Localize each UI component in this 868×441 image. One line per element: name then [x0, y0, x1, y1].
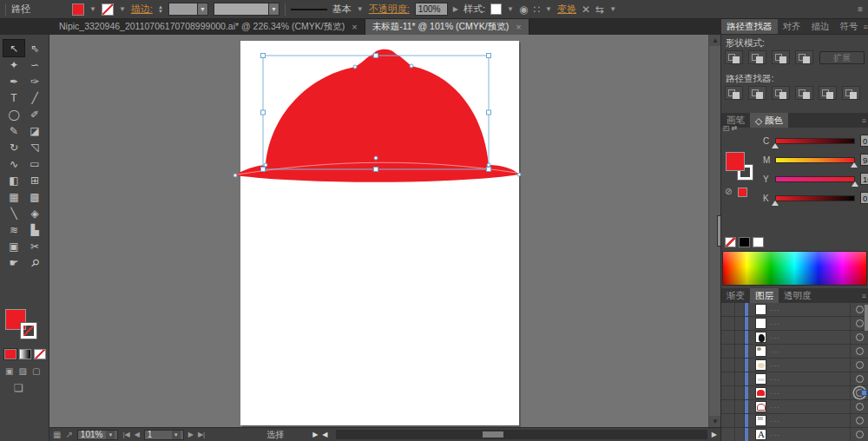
visibility-cell[interactable] — [721, 317, 735, 330]
color-button[interactable] — [4, 349, 16, 359]
lock-cell[interactable] — [735, 331, 745, 344]
outline-button[interactable] — [819, 86, 837, 100]
layer-thumbnail[interactable] — [755, 415, 766, 426]
canvas[interactable]: ▲ ▼ — [49, 35, 720, 427]
graph-tool[interactable]: ▙ — [24, 221, 45, 238]
k-slider-track[interactable] — [775, 195, 855, 201]
grid-icon[interactable]: ▦ — [53, 430, 61, 439]
type-tool[interactable]: T — [3, 89, 24, 106]
c-slider-track[interactable] — [775, 138, 855, 144]
layer-thumbnail[interactable] — [755, 346, 766, 357]
k-value-field[interactable]: 0 — [860, 192, 868, 204]
target-cell[interactable] — [850, 414, 868, 427]
lock-cell[interactable] — [735, 414, 745, 427]
lock-cell[interactable] — [735, 303, 745, 316]
black-swatch[interactable] — [739, 237, 750, 247]
exclude-button[interactable] — [795, 50, 813, 64]
unite-button[interactable] — [725, 50, 743, 64]
layers-tab[interactable]: 透明度 — [779, 288, 817, 303]
lock-cell[interactable] — [735, 386, 745, 399]
scroll-up-icon[interactable]: ▲ — [709, 35, 721, 46]
none-swatch[interactable] — [725, 237, 736, 247]
rotate-tool[interactable]: ↻ — [3, 139, 24, 155]
panel-menu-icon[interactable]: ≡ — [862, 116, 866, 125]
last-artboard-icon[interactable]: ▶| — [198, 431, 205, 438]
trim-button[interactable] — [748, 86, 766, 100]
transform-link[interactable]: 变换 — [557, 3, 576, 16]
shape-builder-tool[interactable]: ◧ — [3, 172, 24, 188]
visibility-cell[interactable] — [721, 428, 735, 441]
slice-tool[interactable]: ✂ — [24, 238, 45, 254]
minus-back-button[interactable] — [842, 86, 860, 100]
target-cell[interactable] — [850, 372, 868, 385]
stroke-weight-stepper[interactable]: ▲▼ — [158, 5, 163, 14]
layer-row[interactable]: ··· — [721, 331, 868, 345]
visibility-cell[interactable] — [721, 386, 735, 399]
layer-thumbnail[interactable] — [755, 387, 766, 398]
layer-thumbnail[interactable] — [755, 401, 766, 412]
chevron-down-icon[interactable]: ▼ — [89, 5, 96, 13]
chevron-down-icon[interactable]: ▼ — [545, 5, 552, 13]
lasso-tool[interactable]: ∽ — [24, 56, 45, 73]
color-tab[interactable]: ◇颜色 — [750, 113, 788, 128]
layer-row[interactable]: ··· — [721, 359, 868, 372]
layer-thumbnail[interactable] — [755, 304, 766, 315]
first-artboard-icon[interactable]: |◀ — [122, 431, 129, 438]
scroll-left2-icon[interactable]: ◀ — [322, 431, 327, 438]
pencil-tool[interactable]: ✎ — [3, 122, 24, 139]
target-icon[interactable] — [856, 347, 864, 355]
scroll-right-icon[interactable]: ▶ — [712, 431, 717, 438]
panel-menu-icon[interactable]: ≡ — [864, 23, 868, 31]
close-icon[interactable]: × — [352, 22, 357, 32]
slider-handle[interactable] — [772, 201, 779, 206]
stroke-link[interactable]: 描边: — [131, 3, 153, 16]
artboard-number-select[interactable]: 1▼ — [144, 430, 184, 440]
target-icon[interactable] — [856, 403, 864, 411]
lock-cell[interactable] — [735, 428, 745, 441]
recolor-artwork-icon[interactable]: ◉ — [519, 3, 528, 16]
zoom-tool[interactable]: ⚲ — [24, 254, 45, 271]
layer-row[interactable]: ··· — [721, 400, 868, 414]
opacity-input[interactable]: 100% — [415, 3, 448, 16]
layer-row[interactable]: ··· — [721, 386, 868, 400]
y-slider-track[interactable] — [775, 176, 855, 182]
target-icon[interactable] — [856, 361, 864, 369]
paintbrush-tool[interactable]: ✐ — [24, 106, 45, 122]
stroke-weight-select[interactable]: ▼ — [168, 3, 208, 16]
draw-behind-icon[interactable]: ▨ — [18, 366, 26, 376]
brush-name[interactable]: 基本 — [332, 3, 352, 16]
direct-selection-tool[interactable]: ⇖ — [24, 40, 45, 56]
visibility-cell[interactable] — [721, 414, 735, 427]
artboard[interactable] — [240, 41, 519, 425]
eraser-tool[interactable]: ◪ — [24, 122, 45, 139]
target-icon[interactable] — [856, 417, 864, 425]
target-cell[interactable] — [850, 400, 868, 413]
default-swatches-icon[interactable]: ◰ ⇄ — [723, 124, 737, 132]
lock-cell[interactable] — [735, 372, 745, 385]
visibility-cell[interactable] — [721, 331, 735, 344]
screen-mode-icon[interactable]: ❏ — [14, 382, 23, 394]
toolbar-stroke-swatch[interactable] — [21, 323, 36, 339]
chevron-right-icon[interactable]: ▶ — [453, 5, 458, 13]
expand-button[interactable]: 扩展 — [819, 51, 865, 64]
layer-thumbnail[interactable] — [755, 373, 766, 385]
draw-inside-icon[interactable]: ▢ — [32, 366, 40, 376]
target-icon[interactable] — [856, 431, 864, 438]
target-cell[interactable] — [850, 359, 868, 372]
opacity-link[interactable]: 不透明度: — [369, 3, 410, 16]
pathfinder-tab[interactable]: 符号 — [835, 19, 864, 34]
layer-thumbnail[interactable] — [755, 429, 766, 440]
zoom-level-select[interactable]: 101%▼ — [77, 430, 119, 440]
lock-cell[interactable] — [735, 345, 745, 358]
c-value-field[interactable]: 0 — [860, 135, 868, 147]
document-tab[interactable]: 未标题-11* @ 101% (CMYK/预览)× — [365, 19, 529, 35]
blend-tool[interactable]: ◈ — [24, 205, 45, 221]
target-icon[interactable] — [856, 319, 864, 327]
chevron-down-icon[interactable]: ▼ — [357, 5, 364, 13]
layers-scrollbar[interactable] — [865, 305, 868, 331]
layer-thumbnail[interactable] — [755, 318, 766, 329]
last-color-swatch[interactable] — [738, 188, 747, 197]
layers-tab[interactable]: 渐变 — [721, 288, 750, 303]
draw-normal-icon[interactable]: ▣ — [5, 366, 13, 376]
pathfinder-tab[interactable]: 对齐 — [778, 19, 806, 34]
